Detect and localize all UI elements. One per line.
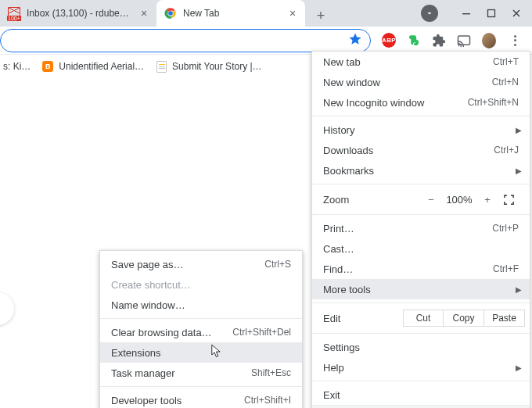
menu-bookmarks[interactable]: Bookmarks▶ [312,160,530,181]
evernote-extension-icon[interactable] [407,34,421,48]
submenu-create-shortcut: Create shortcut… [100,274,302,295]
chevron-right-icon: ▶ [516,285,522,294]
menu-print[interactable]: Print…Ctrl+P [312,218,530,238]
menu-zoom: Zoom − 100% + [312,188,530,211]
tab-strip: 100+ Inbox (13,100) - rdube02@ × New Tab… [0,0,532,27]
zoom-out-button[interactable]: − [420,194,442,206]
menu-settings[interactable]: Settings [312,337,530,357]
edit-cut-button[interactable]: Cut [403,310,444,327]
menu-more-tools[interactable]: More tools▶ [312,279,530,299]
edit-paste-button[interactable]: Paste [484,310,525,327]
menu-exit[interactable]: Exit [312,385,530,405]
menu-managed[interactable]: Managed by your organization [312,405,530,408]
menu-history[interactable]: History▶ [312,120,530,140]
bookmark-star-icon[interactable] [348,32,362,48]
submenu-extensions[interactable]: Extensions [100,342,302,363]
submenu-name-window[interactable]: Name window… [100,295,302,315]
menu-find[interactable]: Find…Ctrl+F [312,259,530,279]
svg-rect-4 [458,36,470,45]
chevron-right-icon: ▶ [516,363,522,372]
menu-downloads[interactable]: DownloadsCtrl+J [312,140,530,160]
menu-edit: Edit Cut Copy Paste [312,306,530,330]
bookmark-item-doc[interactable]: Submit Your Story |… [155,60,262,73]
minimize-button[interactable] [454,2,479,25]
menu-new-incognito[interactable]: New Incognito windowCtrl+Shift+N [312,92,530,113]
toolbar-icons: ABP [371,33,530,48]
menu-new-tab[interactable]: New tabCtrl+T [312,52,530,72]
menu-help[interactable]: Help▶ [312,357,530,378]
abp-extension-icon[interactable]: ABP [382,34,396,48]
tab-inbox[interactable]: 100+ Inbox (13,100) - rdube02@ × [0,0,156,27]
chevron-right-icon: ▶ [516,126,522,134]
more-tools-submenu: Save page as…Ctrl+S Create shortcut… Nam… [99,250,303,408]
svg-point-5 [458,45,460,47]
maximize-button[interactable] [479,2,504,25]
chevron-right-icon: ▶ [516,166,522,175]
zoom-in-button[interactable]: + [476,194,498,206]
close-icon[interactable]: × [138,7,150,20]
tab-title: Inbox (13,100) - rdube02@ [27,8,131,19]
bookmark-item-blogger[interactable]: Unidentified Aerial… [41,60,144,73]
menu-new-window[interactable]: New windowCtrl+N [312,72,530,92]
gmail-icon: 100+ [8,7,20,20]
svg-rect-3 [488,10,495,17]
account-switcher[interactable] [421,5,438,22]
close-window-button[interactable] [504,2,529,25]
blogger-icon [41,60,54,73]
new-tab-button[interactable]: + [310,5,332,27]
submenu-dev-tools[interactable]: Developer toolsCtrl+Shift+I [100,390,302,408]
edit-copy-button[interactable]: Copy [444,310,484,327]
menu-cast[interactable]: Cast… [312,238,530,259]
submenu-save-page[interactable]: Save page as…Ctrl+S [100,254,302,274]
close-icon[interactable]: × [286,7,299,20]
svg-point-1 [168,11,173,16]
cast-icon[interactable] [457,34,471,48]
svg-rect-2 [462,13,470,14]
bookmark-item-truncated[interactable]: s: Ki… [3,61,31,72]
extensions-icon[interactable] [432,34,446,48]
chrome-icon [164,7,177,20]
window-controls [421,0,529,27]
address-bar[interactable] [0,29,371,52]
zoom-level: 100% [442,194,476,206]
fullscreen-button[interactable] [498,194,519,206]
tab-new-tab[interactable]: New Tab × [156,0,305,27]
submenu-task-manager[interactable]: Task managerShift+Esc [100,363,302,383]
chrome-menu: New tabCtrl+T New windowCtrl+N New Incog… [311,51,530,408]
chrome-menu-button[interactable] [507,33,523,48]
tab-title: New Tab [183,8,280,19]
profile-avatar[interactable] [482,34,496,48]
submenu-clear-data[interactable]: Clear browsing data…Ctrl+Shift+Del [100,322,302,342]
document-icon [155,60,167,73]
